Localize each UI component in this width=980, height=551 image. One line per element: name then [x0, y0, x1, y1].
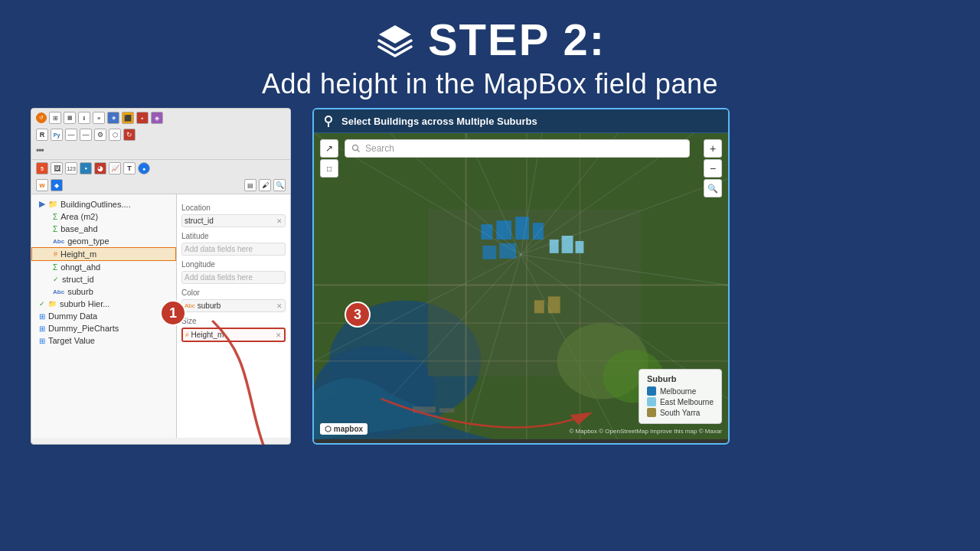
icon-text[interactable]: T [123, 162, 136, 174]
toolbar-icon-dash2[interactable]: — [80, 129, 92, 141]
color-field-row[interactable]: Abc suburb ✕ [181, 299, 286, 312]
toolbar-icon-py[interactable]: Py [51, 129, 63, 141]
tree-item-dummy_data[interactable]: ⊞ Dummy Data [31, 310, 176, 322]
search-placeholder: Search [365, 143, 394, 154]
svg-rect-16 [482, 246, 496, 259]
marks-pane: Location struct_id ✕ Latitude Add data f… [177, 194, 290, 438]
table-icon-target: ⊞ [39, 337, 45, 345]
icon-html[interactable]: 5 [36, 162, 48, 174]
icon-photo[interactable]: 🖼 [51, 162, 63, 174]
tree-item-geom_type[interactable]: Abc geom_type [31, 235, 176, 247]
svg-rect-20 [575, 241, 583, 253]
color-value: suburb [198, 302, 221, 310]
tree-root-folder[interactable]: ▶ 📁 BuildingOutlines.... [31, 197, 176, 210]
svg-line-41 [358, 150, 360, 152]
icon-brush[interactable]: 🖌 [259, 179, 271, 191]
svg-point-0 [325, 116, 332, 122]
icon-line[interactable]: 📈 [109, 162, 121, 174]
legend-label-south: South Yarra [660, 409, 700, 417]
latitude-label: Latitude [181, 232, 286, 240]
toolbar-icon-colorful[interactable]: ⬛ [122, 112, 134, 124]
toolbar-icon-purple[interactable]: ◈ [151, 112, 163, 124]
icon-123[interactable]: 123 [65, 162, 77, 174]
legend-item-melbourne: Melbourne [647, 386, 714, 396]
location-clear-btn[interactable]: ✕ [276, 217, 283, 225]
icon-search-small[interactable]: 🔍 [273, 179, 286, 191]
toolbar-icon-settings[interactable]: ⚙ [94, 129, 106, 141]
latitude-field-row[interactable]: Add data fields here [181, 243, 286, 256]
location-value: struct_id [185, 217, 214, 225]
icon-bars[interactable]: ▪ [80, 162, 92, 174]
tree-root-label: BuildingOutlines.... [60, 200, 131, 209]
map-search-bar[interactable]: Search [345, 139, 690, 158]
zoom-out-btn[interactable]: − [704, 159, 722, 178]
map-legend: Suburb Melbourne East Melbourne South Ya… [639, 369, 722, 424]
toolbar-more: ••• [36, 145, 44, 156]
panels-container: ↺ ⊞ ▦ ⫿ ≡ ◈ ⬛ ▪ ◈ R Py — — ⚙ ⬡ ↻ ••• [0, 108, 980, 445]
svg-rect-19 [562, 236, 573, 253]
color-clear-btn[interactable]: ✕ [276, 302, 283, 310]
longitude-label: Longitude [181, 260, 286, 269]
layers-icon [374, 19, 416, 60]
tree-item-base_ahd[interactable]: Σ base_ahd [31, 223, 176, 235]
toolbar-icon-refresh[interactable]: ↻ [123, 129, 136, 141]
tree-item-suburb_hier[interactable]: ✓ 📁 suburb Hier... [31, 298, 176, 310]
toolbar-icon-cols[interactable]: ⫿ [78, 112, 90, 124]
legend-item-south: South Yarra [647, 408, 714, 417]
svg-rect-38 [413, 406, 436, 412]
nav-arrow-btn[interactable]: ↗ [320, 139, 338, 158]
tree-label-base_ahd: base_ahd [60, 224, 97, 233]
icon-diamond-blue[interactable]: ◆ [51, 179, 63, 191]
folder-icon: ▶ [39, 199, 45, 209]
icon-table2[interactable]: ▤ [244, 179, 256, 191]
map-header-icon [322, 114, 335, 128]
tree-item-height_m[interactable]: # Height_m [31, 247, 176, 261]
zoom-in-btn[interactable]: + [704, 139, 722, 158]
tableau-toolbar: ↺ ⊞ ▦ ⫿ ≡ ◈ ⬛ ▪ ◈ R Py — — ⚙ ⬡ ↻ ••• [31, 109, 290, 160]
tree-item-target_val[interactable]: ⊞ Target Value [31, 334, 176, 347]
icon-pie[interactable]: ◕ [94, 162, 106, 174]
toolbar-icon-table[interactable]: ▦ [64, 112, 76, 124]
toolbar-icon-grid[interactable]: ⊞ [49, 112, 61, 124]
tree-label-suburb_hier: suburb Hier... [60, 299, 109, 308]
map-body[interactable]: Search ↗ □ + − 🔍 Suburb Melbourne [314, 133, 728, 439]
toolbar-icon-circle1[interactable]: ↺ [36, 112, 47, 123]
svg-rect-39 [439, 408, 455, 412]
table-icon-dummy: ⊞ [39, 312, 45, 321]
sigma-icon-base_ahd: Σ [53, 225, 57, 233]
table-icon-dummy-pie: ⊞ [39, 324, 45, 333]
toolbar-icon-map[interactable]: ◈ [107, 112, 119, 124]
tree-item-area[interactable]: Σ Area (m2) [31, 210, 176, 223]
map-attribution: © Mapbox © OpenStreetMap Improve this ma… [569, 428, 722, 435]
map-zoom-controls: + − 🔍 [704, 139, 722, 197]
tree-item-ohngt_ahd[interactable]: Σ ohngt_ahd [31, 261, 176, 273]
size-field-row[interactable]: # Height_m ✕ [181, 328, 286, 342]
tree-label-area: Area (m2) [60, 212, 98, 221]
toolbar-icon-dash1[interactable]: — [65, 129, 77, 141]
icon-w[interactable]: w [36, 179, 48, 191]
check-icon-struct_id: ✓ [53, 276, 59, 283]
abc-icon-geom_type: Abc [53, 238, 64, 245]
longitude-field-row[interactable]: Add data fields here [181, 271, 286, 284]
toolbar-icon-r[interactable]: R [36, 129, 48, 141]
tree-item-struct_id[interactable]: ✓ struct_id [31, 273, 176, 285]
tree-label-ohngt_ahd: ohngt_ahd [60, 262, 100, 272]
tree-item-dummy_pie[interactable]: ⊞ Dummy_PieCharts [31, 322, 176, 334]
legend-color-south [647, 408, 656, 417]
color-label: Color [181, 289, 286, 297]
check-suburb-hier: ✓ [39, 300, 45, 308]
toolbar-icon-red[interactable]: ▪ [136, 112, 149, 124]
toolbar-icon-rows[interactable]: ≡ [93, 112, 105, 124]
step-title: STEP 2: [428, 14, 606, 65]
toolbar-icon-data[interactable]: ⬡ [109, 129, 121, 141]
size-clear-btn[interactable]: ✕ [276, 331, 282, 339]
tree-label-dummy_data: Dummy Data [48, 311, 97, 321]
tree-item-suburb[interactable]: Abc suburb [31, 285, 176, 298]
location-field-row[interactable]: struct_id ✕ [181, 214, 286, 227]
size-value: Height_m [191, 331, 224, 339]
size-field-icon: # [185, 331, 188, 338]
zoom-search-btn[interactable]: 🔍 [704, 179, 722, 197]
icon-circle-blue[interactable]: ● [138, 162, 150, 174]
mapbox-logo: ⬡ mapbox [320, 423, 368, 435]
nav-select-btn[interactable]: □ [320, 159, 338, 178]
